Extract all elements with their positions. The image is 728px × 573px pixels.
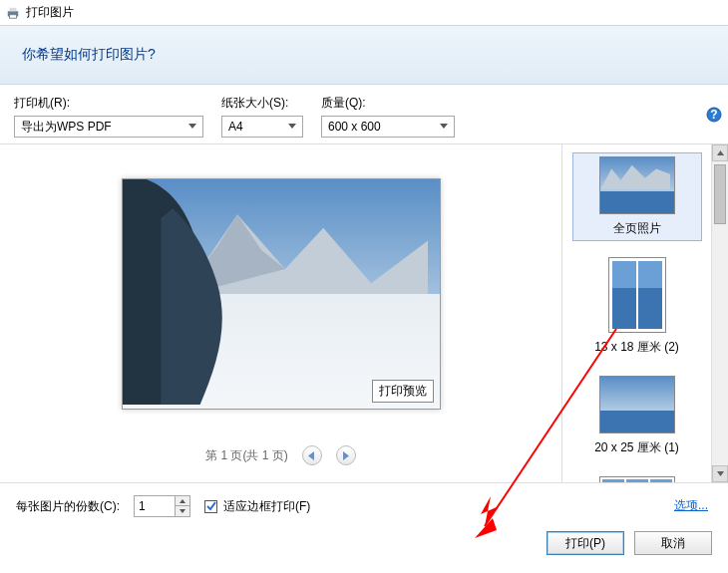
paper-field: 纸张大小(S): A4 bbox=[221, 95, 303, 138]
button-bar: 打印(P) 取消 bbox=[0, 525, 728, 565]
scroll-up-button[interactable] bbox=[712, 144, 728, 161]
printer-icon bbox=[6, 6, 20, 20]
layout-pane: 全页照片 13 x 18 厘米 (2) 20 x 25 厘米 (1) bbox=[561, 144, 711, 482]
preview-pane: 打印预览 第 1 页(共 1 页) bbox=[0, 144, 561, 482]
quality-label: 质量(Q): bbox=[321, 95, 455, 112]
printer-label: 打印机(R): bbox=[14, 95, 203, 112]
header-band: 你希望如何打印图片? bbox=[0, 25, 728, 85]
fit-frame-label: 适应边框打印(F) bbox=[223, 498, 310, 515]
layout-item-partial[interactable] bbox=[572, 472, 702, 482]
prev-page-button[interactable] bbox=[302, 445, 322, 465]
printer-select[interactable]: 导出为WPS PDF bbox=[14, 116, 203, 138]
layout-item-20x25[interactable]: 20 x 25 厘米 (1) bbox=[572, 372, 702, 460]
header-question: 你希望如何打印图片? bbox=[22, 46, 706, 64]
svg-text:?: ? bbox=[710, 108, 717, 122]
paper-label: 纸张大小(S): bbox=[221, 95, 303, 112]
copies-label: 每张图片的份数(C): bbox=[16, 498, 120, 515]
help-icon[interactable]: ? bbox=[706, 107, 722, 123]
svg-rect-1 bbox=[10, 7, 17, 11]
copies-input[interactable] bbox=[134, 495, 176, 517]
chevron-down-icon bbox=[284, 119, 300, 135]
titlebar: 打印图片 bbox=[0, 0, 728, 25]
footer: 每张图片的份数(C): 适应边框打印(F) 选项... bbox=[0, 482, 728, 525]
paper-select[interactable]: A4 bbox=[221, 116, 303, 138]
printer-field: 打印机(R): 导出为WPS PDF bbox=[14, 95, 203, 138]
checkbox-icon bbox=[204, 500, 217, 513]
chevron-down-icon bbox=[184, 119, 200, 135]
layout-scrollbar[interactable] bbox=[711, 144, 728, 482]
options-row: 打印机(R): 导出为WPS PDF 纸张大小(S): A4 质量(Q): 60… bbox=[0, 85, 728, 143]
next-page-button[interactable] bbox=[336, 445, 356, 465]
quality-select[interactable]: 600 x 600 bbox=[321, 116, 455, 138]
paper-value: A4 bbox=[228, 120, 243, 134]
pager-text: 第 1 页(共 1 页) bbox=[205, 447, 288, 464]
preview-image: 打印预览 bbox=[122, 178, 441, 410]
svg-rect-2 bbox=[10, 14, 17, 18]
quality-field: 质量(Q): 600 x 600 bbox=[321, 95, 455, 138]
window-title: 打印图片 bbox=[26, 4, 74, 21]
copies-down-button[interactable] bbox=[176, 506, 189, 516]
copies-up-button[interactable] bbox=[176, 496, 189, 506]
pager: 第 1 页(共 1 页) bbox=[205, 445, 356, 465]
preview-tooltip: 打印预览 bbox=[372, 380, 434, 403]
layout-item-13x18[interactable]: 13 x 18 厘米 (2) bbox=[572, 253, 702, 360]
body-row: 打印预览 第 1 页(共 1 页) 全页照片 13 x 18 厘米 (2) 20… bbox=[0, 143, 728, 482]
layout-label: 13 x 18 厘米 (2) bbox=[594, 339, 679, 356]
options-link[interactable]: 选项... bbox=[674, 497, 708, 514]
chevron-down-icon bbox=[436, 119, 452, 135]
scroll-thumb[interactable] bbox=[714, 164, 726, 224]
copies-spinner bbox=[134, 495, 190, 517]
layout-label: 20 x 25 厘米 (1) bbox=[594, 439, 679, 456]
quality-value: 600 x 600 bbox=[328, 120, 381, 134]
print-button[interactable]: 打印(P) bbox=[546, 531, 624, 555]
printer-value: 导出为WPS PDF bbox=[21, 119, 112, 136]
cancel-button[interactable]: 取消 bbox=[634, 531, 712, 555]
layout-label: 全页照片 bbox=[613, 220, 661, 237]
fit-frame-checkbox[interactable]: 适应边框打印(F) bbox=[204, 498, 310, 515]
layout-item-full[interactable]: 全页照片 bbox=[572, 152, 702, 241]
scroll-down-button[interactable] bbox=[712, 465, 728, 482]
